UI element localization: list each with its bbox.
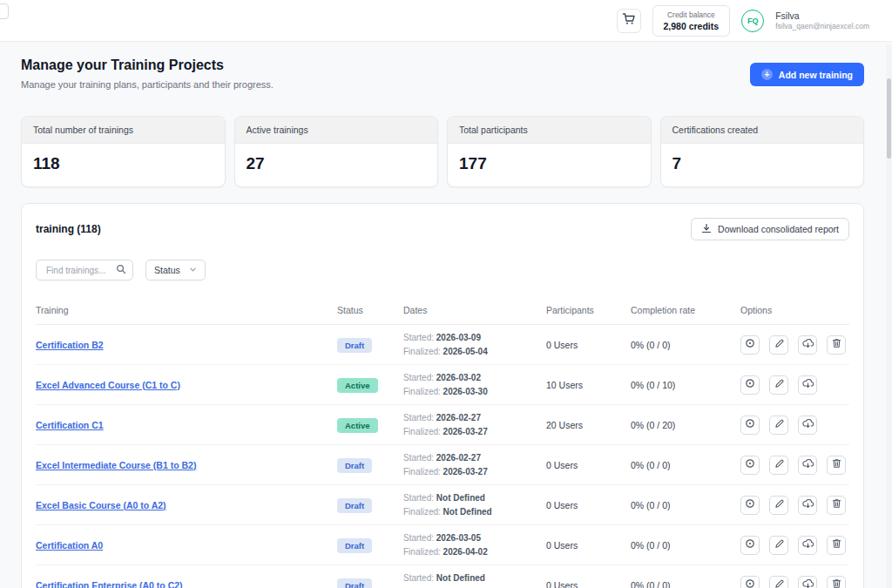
participants-cell: 0 Users <box>546 580 631 588</box>
training-link[interactable]: Excel Intermediate Course (B1 to B2) <box>36 460 337 470</box>
pencil-icon <box>774 538 784 551</box>
edit-button[interactable] <box>769 416 788 435</box>
sidebar-collapse-fragment[interactable] <box>0 3 9 19</box>
search-input[interactable] <box>44 265 116 276</box>
dates-cell: Started: Not Defined Finalized: Not Defi… <box>403 491 546 518</box>
vertical-scrollbar[interactable] <box>886 45 892 588</box>
download-report-button[interactable]: Download consolidated report <box>691 218 849 240</box>
target-icon <box>745 498 755 511</box>
finalized-label: Finalized: <box>403 547 441 557</box>
delete-button[interactable] <box>827 456 846 475</box>
col-completion: Completion rate <box>631 305 740 315</box>
completion-cell: 0% (0 / 20) <box>631 420 740 430</box>
credit-balance[interactable]: Credit balance 2,980 credits <box>652 5 731 37</box>
pencil-icon <box>774 498 784 511</box>
pencil-icon <box>774 458 784 471</box>
finalized-label: Finalized: <box>403 427 441 436</box>
dates-cell: Started: 2026-03-09 Finalized: 2026-05-0… <box>403 331 546 358</box>
view-button[interactable] <box>740 335 760 355</box>
stat-card-active-trainings: Active trainings 27 <box>234 116 439 187</box>
cloud-download-button[interactable] <box>798 416 817 435</box>
training-link[interactable]: Excel Basic Course (A0 to A2) <box>36 500 337 510</box>
view-button[interactable] <box>740 416 760 435</box>
view-button[interactable] <box>740 536 760 555</box>
edit-button[interactable] <box>769 496 788 515</box>
participants-cell: 20 Users <box>546 420 631 430</box>
col-participants: Participants <box>546 305 631 315</box>
avatar[interactable]: FQ <box>741 10 764 32</box>
training-link[interactable]: Certification C1 <box>36 420 337 430</box>
dates-cell: Started: 2026-03-02 Finalized: 2026-03-3… <box>403 371 546 398</box>
plus-circle-icon: + <box>761 69 773 80</box>
download-report-label: Download consolidated report <box>718 224 839 234</box>
options-cell <box>740 576 849 588</box>
view-button[interactable] <box>740 576 760 588</box>
page-subtitle: Manage your training plans, participants… <box>21 79 274 90</box>
target-icon <box>745 378 755 391</box>
trainings-panel: training (118) Download consolidated rep… <box>21 203 864 588</box>
dates-cell: Started: 2026-02-27 Finalized: 2026-03-2… <box>403 411 546 438</box>
participants-cell: 0 Users <box>546 340 631 350</box>
trash-icon <box>832 458 841 471</box>
status-filter-select[interactable]: Status <box>145 260 206 280</box>
credit-balance-label: Credit balance <box>664 10 720 19</box>
stat-card-total-trainings: Total number of trainings 118 <box>21 116 226 187</box>
page-title: Manage your Training Projects <box>21 57 274 73</box>
view-button[interactable] <box>740 496 760 515</box>
started-label: Started: <box>403 493 434 503</box>
training-link[interactable]: Certification Enterprise (A0 to C2) <box>36 580 337 588</box>
status-badge: Draft <box>337 338 372 353</box>
stat-card-certifications: Certifications created 7 <box>660 116 865 187</box>
cloud-download-button[interactable] <box>798 576 817 588</box>
started-label: Started: <box>403 333 434 342</box>
training-link[interactable]: Certification A0 <box>36 540 337 551</box>
stat-value: 7 <box>661 144 864 186</box>
cloud-download-button[interactable] <box>798 456 817 475</box>
scrollbar-thumb[interactable] <box>887 78 891 159</box>
stats-row: Total number of trainings 118 Active tra… <box>21 116 864 187</box>
pencil-icon <box>774 378 784 391</box>
edit-button[interactable] <box>769 576 788 588</box>
target-icon <box>745 418 755 431</box>
edit-button[interactable] <box>769 335 788 355</box>
edit-button[interactable] <box>769 536 788 555</box>
options-cell <box>740 375 849 395</box>
pencil-icon <box>774 338 784 351</box>
cloud-download-button[interactable] <box>798 375 817 395</box>
cart-button[interactable] <box>617 9 641 33</box>
delete-button[interactable] <box>827 536 846 555</box>
started-label: Started: <box>403 533 434 543</box>
add-training-label: Add new training <box>779 70 853 80</box>
cloud-download-button[interactable] <box>798 335 817 355</box>
view-button[interactable] <box>740 456 760 475</box>
delete-button[interactable] <box>827 335 846 355</box>
search-group <box>36 260 133 280</box>
training-link[interactable]: Certification B2 <box>36 340 337 350</box>
edit-button[interactable] <box>769 375 788 395</box>
cloud-download-button[interactable] <box>798 496 817 515</box>
search-icon[interactable] <box>116 262 126 278</box>
trash-icon <box>832 338 841 351</box>
cloud-download-button[interactable] <box>798 536 817 555</box>
user-block[interactable]: Fsilva fsilva_qaen@ninjaexcel.com <box>775 10 869 32</box>
completion-cell: 0% (0 / 10) <box>631 380 740 390</box>
page-content: Manage your Training Projects Manage you… <box>0 42 892 588</box>
finalized-value: 2026-04-02 <box>443 547 488 557</box>
delete-button[interactable] <box>827 496 846 515</box>
cloud-download-icon <box>802 378 814 391</box>
download-icon <box>701 223 712 235</box>
view-button[interactable] <box>740 375 760 395</box>
options-cell <box>740 496 849 515</box>
stat-value: 27 <box>235 144 438 186</box>
stat-value: 118 <box>22 144 225 186</box>
finalized-value: 2026-03-30 <box>443 387 488 396</box>
credit-balance-value: 2,980 credits <box>664 21 720 31</box>
started-label: Started: <box>403 373 434 382</box>
status-badge: Draft <box>337 498 372 513</box>
delete-button[interactable] <box>827 576 846 588</box>
add-training-button[interactable]: + Add new training <box>750 63 864 86</box>
table-row: Excel Basic Course (A0 to A2) Draft Star… <box>36 485 849 525</box>
started-label: Started: <box>403 573 434 583</box>
training-link[interactable]: Excel Advanced Course (C1 to C) <box>36 380 337 390</box>
edit-button[interactable] <box>769 456 788 475</box>
